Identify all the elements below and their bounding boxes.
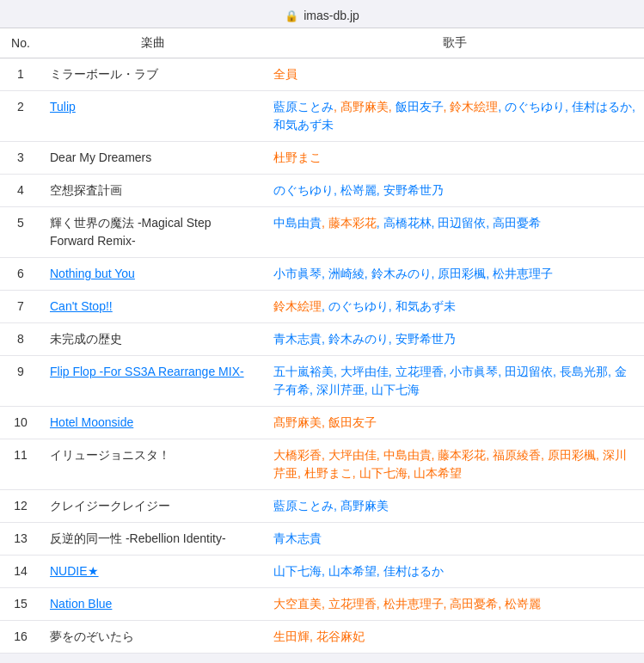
artist-names: 藍原ことみ, 髙野麻美 [265,490,644,523]
song-title[interactable]: Tulip [41,91,265,142]
artist-names: 五十嵐裕美, 大坪由佳, 立花理香, 小市眞琴, 田辺留依, 長島光那, 金子有… [265,356,644,407]
artist-name: 山下七海, 山本希望, 佳村はるか [273,564,444,578]
row-number: 1 [0,58,41,91]
table-row: 6Nothing but You小市眞琴, 洲崎綾, 鈴木みのり, 原田彩楓, … [0,258,644,291]
table-row: 15Nation Blue大空直美, 立花理香, 松井恵理子, 高田憂希, 松嵜… [0,588,644,621]
artist-name: 飯田友子 [396,100,444,114]
table-row: 3Dear My Dreamers杜野まこ [0,142,644,175]
row-number: 9 [0,356,41,407]
row-number: 3 [0,142,41,175]
artist-name: 生田輝, 花谷麻妃 [273,629,365,643]
song-title: 夢をのぞいたら [41,621,265,654]
artist-names: 小市眞琴, 洲崎綾, 鈴木みのり, 原田彩楓, 松井恵理子 [265,258,644,291]
table-row: 8未完成の歴史青木志貴, 鈴木みのり, 安野希世乃 [0,323,644,356]
url-text: imas-db.jp [304,9,359,22]
table-row: 7Can't Stop!!鈴木絵理, のぐちゆり, 和気あず未 [0,291,644,323]
song-title[interactable]: Nation Blue [41,588,265,621]
row-number: 7 [0,291,41,323]
artist-name: 鈴木絵理 [450,100,498,114]
song-title: ミラーボール・ラブ [41,58,265,91]
song-link[interactable]: Nothing but You [50,267,135,280]
artist-name: 大空直美, 立花理香, 松井恵理子, 高田憂希, 松嵜麗 [273,597,541,611]
table-row: 1ミラーボール・ラブ全員 [0,58,644,91]
artist-names: 大空直美, 立花理香, 松井恵理子, 高田憂希, 松嵜麗 [265,588,644,621]
song-title[interactable]: Can't Stop!! [41,291,265,323]
artist-names: 青木志貴, 鈴木みのり, 安野希世乃 [265,323,644,356]
artist-name: のぐちゆり, 松嵜麗, 安野希世乃 [273,183,444,197]
row-number: 4 [0,175,41,207]
song-table: No. 楽曲 歌手 1ミラーボール・ラブ全員2Tulip藍原ことみ, 髙野麻美,… [0,28,644,654]
artist-name: , [322,216,328,230]
song-title[interactable]: Hotel Moonside [41,407,265,439]
table-container: No. 楽曲 歌手 1ミラーボール・ラブ全員2Tulip藍原ことみ, 髙野麻美,… [0,28,644,654]
song-title: クレイジークレイジー [41,490,265,523]
row-number: 10 [0,407,41,439]
artist-name: , [389,100,396,114]
artist-name: 小市眞琴, 洲崎綾, 鈴木みのり, 原田彩楓, 松井恵理子 [273,267,553,280]
table-row: 4空想探査計画のぐちゆり, 松嵜麗, 安野希世乃 [0,175,644,207]
artist-names: 全員 [265,58,644,91]
table-row: 16夢をのぞいたら生田輝, 花谷麻妃 [0,621,644,654]
row-number: 15 [0,588,41,621]
table-header-row: No. 楽曲 歌手 [0,28,644,58]
artist-name: 五十嵐裕美, 大坪由佳, 立花理香, 小市眞琴, 田辺留依, 長島光那, 金子有… [273,365,627,396]
artist-names: 中島由貴, 藤本彩花, 高橋花林, 田辺留依, 高田憂希 [265,207,644,258]
song-title: 空想探査計画 [41,175,265,207]
table-row: 10Hotel Moonside髙野麻美, 飯田友子 [0,407,644,439]
artist-names: 生田輝, 花谷麻妃 [265,621,644,654]
artist-name: 藤本彩花 [328,216,377,230]
song-link[interactable]: Flip Flop -For SS3A Rearrange MIX- [50,365,244,378]
song-title: 未完成の歴史 [41,323,265,356]
song-title: 輝く世界の魔法 -Magical Step Forward Remix- [41,207,265,258]
artist-names: 鈴木絵理, のぐちゆり, 和気あず未 [265,291,644,323]
song-title: Dear My Dreamers [41,142,265,175]
artist-names: 杜野まこ [265,142,644,175]
artist-names: 青木志貴 [265,523,644,556]
song-link[interactable]: Nation Blue [50,597,112,611]
artist-name: , 高橋花林, 田辺留依, 高田憂希 [377,216,541,230]
artist-names: 大橋彩香, 大坪由佳, 中島由貴, 藤本彩花, 福原綾香, 原田彩楓, 深川芹亜… [265,439,644,490]
row-number: 14 [0,556,41,588]
artist-name: 全員 [273,67,297,81]
song-link[interactable]: NUDIE★ [50,564,99,578]
row-number: 8 [0,323,41,356]
artist-name: 杜野まこ [273,150,322,164]
artist-name: 藍原ことみ, 髙野麻美 [273,499,389,513]
artist-name: , [334,100,340,114]
artist-names: 山下七海, 山本希望, 佳村はるか [265,556,644,588]
table-row: 14NUDIE★山下七海, 山本希望, 佳村はるか [0,556,644,588]
song-title: イリュージョニスタ！ [41,439,265,490]
row-number: 12 [0,490,41,523]
table-row: 2Tulip藍原ことみ, 髙野麻美, 飯田友子, 鈴木絵理, のぐちゆり, 佳村… [0,91,644,142]
song-link[interactable]: Hotel Moonside [50,415,133,429]
lock-icon: 🔒 [285,9,298,22]
song-link[interactable]: Can't Stop!! [50,299,113,313]
song-title[interactable]: Flip Flop -For SS3A Rearrange MIX- [41,356,265,407]
artist-name: 髙野麻美 [340,100,389,114]
artist-name: 藍原ことみ [273,100,334,114]
song-title[interactable]: Nothing but You [41,258,265,291]
artist-name: , のぐちゆり, 和気あず未 [322,299,456,313]
col-header-artist: 歌手 [265,28,644,58]
row-number: 13 [0,523,41,556]
artist-names: 髙野麻美, 飯田友子 [265,407,644,439]
table-row: 13反逆的同一性 -Rebellion Identity-青木志貴 [0,523,644,556]
artist-name: 中島由貴 [273,216,322,230]
table-row: 11イリュージョニスタ！大橋彩香, 大坪由佳, 中島由貴, 藤本彩花, 福原綾香… [0,439,644,490]
artist-name: 大橋彩香, 大坪由佳, 中島由貴, 藤本彩花, 福原綾香, 原田彩楓, 深川芹亜… [273,448,627,480]
row-number: 2 [0,91,41,142]
table-row: 12クレイジークレイジー藍原ことみ, 髙野麻美 [0,490,644,523]
table-row: 5輝く世界の魔法 -Magical Step Forward Remix-中島由… [0,207,644,258]
row-number: 5 [0,207,41,258]
col-header-no: No. [0,28,41,58]
row-number: 11 [0,439,41,490]
artist-names: 藍原ことみ, 髙野麻美, 飯田友子, 鈴木絵理, のぐちゆり, 佳村はるか, 和… [265,91,644,142]
artist-name: 髙野麻美, 飯田友子 [273,415,377,429]
artist-name: 鈴木絵理 [273,299,322,313]
row-number: 6 [0,258,41,291]
table-row: 9Flip Flop -For SS3A Rearrange MIX-五十嵐裕美… [0,356,644,407]
song-link[interactable]: Tulip [50,100,76,114]
artist-name: 青木志貴, 鈴木みのり, 安野希世乃 [273,332,456,346]
row-number: 16 [0,621,41,654]
song-title[interactable]: NUDIE★ [41,556,265,588]
